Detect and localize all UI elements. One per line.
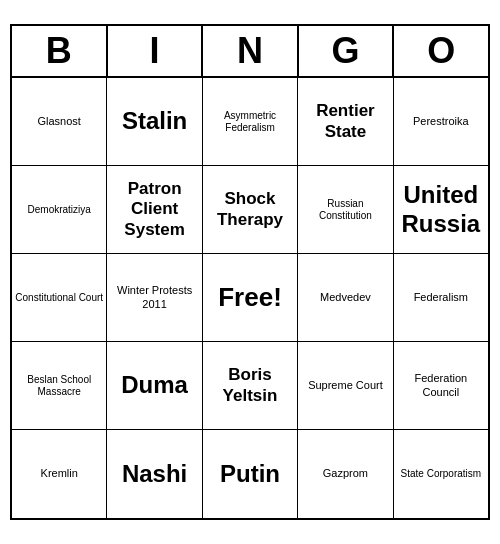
bingo-grid: GlasnostStalinAsymmetric FederalismRenti… bbox=[12, 78, 488, 518]
bingo-cell-r1-c0: Demokratiziya bbox=[12, 166, 107, 254]
bingo-row-4: KremlinNashiPutinGazpromState Corporatis… bbox=[12, 430, 488, 518]
bingo-row-2: Constitutional CourtWinter Protests 2011… bbox=[12, 254, 488, 342]
bingo-cell-r4-c0: Kremlin bbox=[12, 430, 107, 518]
bingo-cell-r0-c0: Glasnost bbox=[12, 78, 107, 166]
bingo-cell-r0-c3: Rentier State bbox=[298, 78, 393, 166]
bingo-cell-r3-c2: Boris Yeltsin bbox=[203, 342, 298, 430]
bingo-cell-r2-c0: Constitutional Court bbox=[12, 254, 107, 342]
bingo-letter-n: N bbox=[203, 26, 299, 78]
bingo-letter-o: O bbox=[394, 26, 488, 78]
bingo-cell-r2-c4: Federalism bbox=[394, 254, 488, 342]
bingo-cell-r0-c2: Asymmetric Federalism bbox=[203, 78, 298, 166]
bingo-cell-r0-c4: Perestroika bbox=[394, 78, 488, 166]
bingo-cell-r4-c1: Nashi bbox=[107, 430, 202, 518]
bingo-row-0: GlasnostStalinAsymmetric FederalismRenti… bbox=[12, 78, 488, 166]
bingo-cell-r0-c1: Stalin bbox=[107, 78, 202, 166]
bingo-card: BINGO GlasnostStalinAsymmetric Federalis… bbox=[10, 24, 490, 520]
bingo-letter-i: I bbox=[108, 26, 204, 78]
bingo-cell-r1-c3: Russian Constitution bbox=[298, 166, 393, 254]
bingo-header: BINGO bbox=[12, 26, 488, 78]
bingo-cell-r3-c1: Duma bbox=[107, 342, 202, 430]
bingo-cell-r1-c2: Shock Therapy bbox=[203, 166, 298, 254]
bingo-cell-r3-c4: Federation Council bbox=[394, 342, 488, 430]
bingo-cell-r4-c3: Gazprom bbox=[298, 430, 393, 518]
bingo-cell-r1-c1: Patron Client System bbox=[107, 166, 202, 254]
bingo-cell-r3-c3: Supreme Court bbox=[298, 342, 393, 430]
bingo-cell-r2-c1: Winter Protests 2011 bbox=[107, 254, 202, 342]
bingo-letter-g: G bbox=[299, 26, 395, 78]
bingo-cell-r3-c0: Beslan School Massacre bbox=[12, 342, 107, 430]
bingo-cell-r4-c2: Putin bbox=[203, 430, 298, 518]
bingo-cell-r4-c4: State Corporatism bbox=[394, 430, 488, 518]
bingo-cell-r1-c4: United Russia bbox=[394, 166, 488, 254]
bingo-cell-r2-c2: Free! bbox=[203, 254, 298, 342]
bingo-row-1: DemokratiziyaPatron Client SystemShock T… bbox=[12, 166, 488, 254]
bingo-row-3: Beslan School MassacreDumaBoris YeltsinS… bbox=[12, 342, 488, 430]
bingo-letter-b: B bbox=[12, 26, 108, 78]
bingo-cell-r2-c3: Medvedev bbox=[298, 254, 393, 342]
